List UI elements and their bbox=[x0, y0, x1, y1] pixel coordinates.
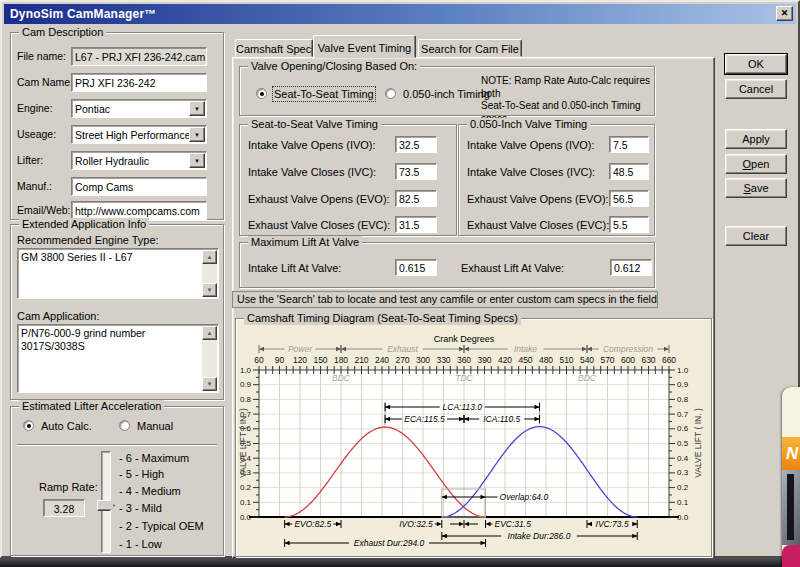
background-window-edge bbox=[0, 558, 800, 567]
inch-timing-group: 0.050-Inch Valve Timing Intake Valve Ope… bbox=[458, 124, 655, 236]
annotation-exhaust-dur: Exhaust Dur:294.0 bbox=[354, 538, 425, 548]
inch-evc-field[interactable]: 5.5 bbox=[609, 216, 649, 233]
arrowhead bbox=[336, 347, 341, 351]
seat-ivo-field[interactable]: 32.5 bbox=[395, 136, 437, 153]
arrowhead bbox=[587, 347, 592, 351]
y-tick-label: 0.8 bbox=[677, 395, 689, 404]
seat-evc-field[interactable]: 31.5 bbox=[395, 216, 437, 233]
dynosim-cammanager-window: DynoSim CamManager™ ✕ Cam Description Fi… bbox=[0, 0, 800, 558]
manual-radio[interactable] bbox=[119, 420, 130, 431]
slider-level-2: - 2 - Typical OEM bbox=[119, 521, 204, 532]
ok-button[interactable]: OK bbox=[725, 54, 787, 74]
seat-to-seat-radio-label[interactable]: Seat-To-Seat Timing bbox=[274, 88, 374, 100]
slider-level-5: - 5 - High bbox=[119, 469, 164, 480]
inch-timing-radio-label[interactable]: 0.050-inch Timing bbox=[403, 88, 490, 100]
seat-evo-label: Exhaust Valve Opens (EVO): bbox=[248, 193, 390, 205]
lifter-acceleration-group: Estimated Lifter Acceleration Auto Calc.… bbox=[10, 406, 224, 556]
lifter-dropdown-icon[interactable]: ▼ bbox=[189, 153, 205, 168]
useage-combobox[interactable]: Street High Performance ▼ bbox=[71, 125, 207, 144]
lifter-accel-legend: Estimated Lifter Acceleration bbox=[19, 400, 164, 413]
y-tick-label: 1.0 bbox=[677, 366, 689, 375]
y-tick-label: 0.2 bbox=[677, 483, 689, 492]
marker-tdc: TDC bbox=[455, 373, 473, 383]
arrowhead bbox=[664, 347, 669, 351]
inch-ivo-field[interactable]: 7.5 bbox=[609, 136, 649, 153]
file-name-field[interactable]: L67 - PRJ XFI 236-242.cam bbox=[71, 47, 207, 66]
recommended-engine-type-value: GM 3800 Series II - L67 bbox=[21, 251, 200, 296]
exhaust-lift-field[interactable]: 0.612 bbox=[610, 259, 652, 276]
x-tick-label: 120 bbox=[293, 355, 307, 365]
cam-application-scrollbar[interactable]: ▲ ▼ bbox=[202, 326, 217, 391]
engine-label: Engine: bbox=[17, 102, 53, 114]
intake-lift-label: Intake Lift At Valve: bbox=[248, 262, 341, 274]
tab-search-for-cam-file[interactable]: Search for Cam File bbox=[418, 39, 522, 57]
y-tick-label: 0.1 bbox=[240, 498, 252, 507]
seat-evo-field[interactable]: 82.5 bbox=[395, 190, 437, 207]
arrowhead bbox=[285, 541, 290, 545]
slider-level-4: - 4 - Medium bbox=[119, 486, 181, 497]
arrowhead bbox=[632, 534, 637, 538]
inch-ivo-label: Intake Valve Opens (IVO): bbox=[467, 139, 595, 151]
tab-camshaft-specs[interactable]: Camshaft Specs bbox=[235, 39, 313, 57]
arrowhead bbox=[341, 347, 346, 351]
apply-button[interactable]: Apply bbox=[725, 129, 787, 149]
y-tick-label: 0.3 bbox=[677, 468, 689, 477]
close-icon[interactable]: ✕ bbox=[776, 6, 793, 21]
arrowhead bbox=[587, 522, 592, 526]
tab-valve-event-timing[interactable]: Valve Event Timing bbox=[313, 35, 416, 58]
scroll-up-icon[interactable]: ▲ bbox=[202, 250, 217, 264]
auto-calc-radio[interactable] bbox=[23, 420, 34, 431]
seat-timing-group: Seat-to-Seat Valve Timing Intake Valve O… bbox=[239, 124, 457, 236]
intake-lift-field[interactable]: 0.615 bbox=[395, 259, 437, 276]
auto-calc-label[interactable]: Auto Calc. bbox=[41, 420, 92, 432]
title-bar[interactable]: DynoSim CamManager™ ✕ bbox=[4, 4, 796, 24]
inch-ivc-field[interactable]: 48.5 bbox=[609, 163, 649, 180]
inch-timing-radio[interactable] bbox=[385, 88, 396, 99]
inch-evo-field[interactable]: 56.5 bbox=[609, 190, 649, 207]
x-tick-label: 630 bbox=[641, 355, 655, 365]
open-button[interactable]: Open bbox=[725, 154, 787, 174]
engine-dropdown-icon[interactable]: ▼ bbox=[189, 101, 205, 116]
engine-type-scrollbar[interactable]: ▲ ▼ bbox=[202, 250, 217, 297]
ramp-rate-value: 3.28 bbox=[43, 499, 85, 517]
arrowhead bbox=[437, 522, 442, 526]
valve-basis-group: Valve Opening/Closing Based On: Seat-To-… bbox=[239, 66, 655, 116]
window-title: DynoSim CamManager™ bbox=[10, 7, 157, 21]
seat-to-seat-radio[interactable] bbox=[256, 88, 267, 99]
scroll-up-icon[interactable]: ▲ bbox=[202, 326, 217, 340]
scroll-down-icon[interactable]: ▼ bbox=[202, 283, 217, 297]
clear-button[interactable]: Clear bbox=[725, 226, 787, 246]
cam-name-field[interactable]: PRJ XFI 236-242 bbox=[71, 73, 207, 92]
x-tick-label: 150 bbox=[313, 355, 327, 365]
annotation-evo: EVO:82.5 bbox=[294, 519, 331, 529]
scroll-down-icon[interactable]: ▼ bbox=[202, 377, 217, 391]
cam-application-textarea[interactable]: P/N76-000-9 grind number 3017S/3038S ▲ ▼ bbox=[17, 324, 219, 393]
x-tick-label: 660 bbox=[662, 355, 676, 365]
recommended-engine-type-label: Recommended Engine Type: bbox=[17, 234, 159, 246]
y-tick-label: 0.6 bbox=[677, 424, 689, 433]
seat-ivc-field[interactable]: 73.5 bbox=[395, 163, 437, 180]
y-tick-label: 0.0 bbox=[677, 513, 689, 522]
open-button-mnemonic: O bbox=[743, 158, 752, 170]
cancel-button[interactable]: Cancel bbox=[725, 79, 787, 99]
valve-basis-legend: Valve Opening/Closing Based On: bbox=[248, 60, 420, 73]
arrowhead bbox=[481, 541, 486, 545]
engine-combobox[interactable]: Pontiac ▼ bbox=[71, 99, 207, 118]
x-tick-label: 210 bbox=[354, 355, 368, 365]
ramp-rate-label: Ramp Rate: bbox=[39, 481, 98, 493]
manual-label[interactable]: Manual bbox=[137, 420, 173, 432]
manuf-field[interactable]: Comp Cams bbox=[71, 177, 207, 196]
seat-timing-legend: Seat-to-Seat Valve Timing bbox=[248, 118, 381, 131]
y-tick-label: 1.0 bbox=[240, 366, 252, 375]
y-axis-title-right: VALVE LIFT ( IN. ) bbox=[693, 408, 703, 478]
arrowhead bbox=[459, 522, 464, 526]
useage-dropdown-icon[interactable]: ▼ bbox=[189, 127, 205, 142]
lifter-combobox[interactable]: Roller Hydraulic ▼ bbox=[71, 151, 207, 170]
save-button[interactable]: Save bbox=[725, 178, 787, 198]
ramp-rate-slider-thumb[interactable] bbox=[97, 500, 115, 511]
region-label-intake: Intake bbox=[514, 344, 537, 354]
recommended-engine-type-textarea[interactable]: GM 3800 Series II - L67 ▲ ▼ bbox=[17, 248, 219, 299]
chart-group-legend: Camshaft Timing Diagram (Seat-To-Seat Ti… bbox=[244, 312, 521, 325]
y-tick-label: 0.9 bbox=[677, 380, 689, 389]
x-tick-label: 360 bbox=[457, 355, 471, 365]
